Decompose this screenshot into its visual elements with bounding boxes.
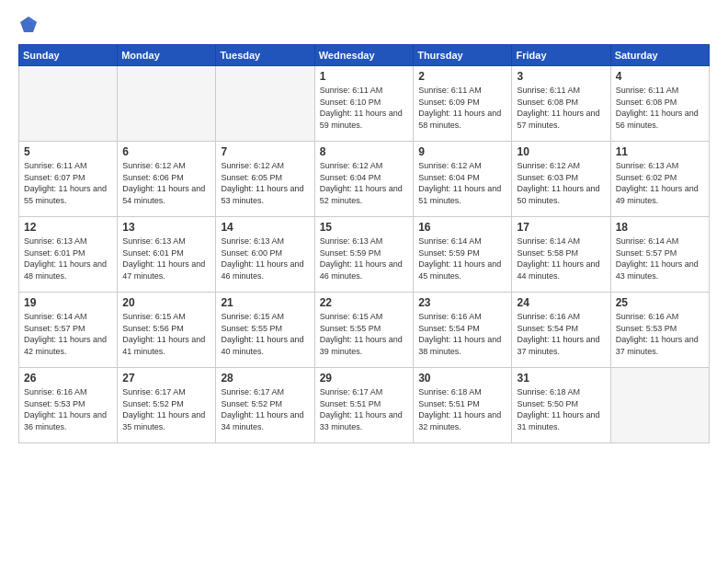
day-info: Sunrise: 6:11 AMSunset: 6:10 PMDaylight:…: [320, 85, 408, 131]
day-info: Sunrise: 6:14 AMSunset: 5:58 PMDaylight:…: [517, 236, 605, 282]
day-info: Sunrise: 6:17 AMSunset: 5:52 PMDaylight:…: [221, 386, 309, 432]
day-info: Sunrise: 6:16 AMSunset: 5:53 PMDaylight:…: [616, 311, 704, 357]
day-info: Sunrise: 6:13 AMSunset: 6:00 PMDaylight:…: [221, 236, 309, 282]
day-info: Sunrise: 6:11 AMSunset: 6:08 PMDaylight:…: [517, 85, 605, 131]
day-number: 16: [418, 221, 506, 234]
calendar-cell: 23Sunrise: 6:16 AMSunset: 5:54 PMDayligh…: [414, 293, 512, 368]
week-row: 19Sunrise: 6:14 AMSunset: 5:57 PMDayligh…: [19, 293, 710, 368]
weekday-header-cell: Sunday: [19, 45, 118, 66]
week-row: 1Sunrise: 6:11 AMSunset: 6:10 PMDaylight…: [19, 66, 710, 142]
calendar-cell: 3Sunrise: 6:11 AMSunset: 6:08 PMDaylight…: [512, 66, 610, 142]
day-number: 31: [517, 372, 605, 385]
day-info: Sunrise: 6:14 AMSunset: 5:59 PMDaylight:…: [418, 236, 506, 282]
weekday-header-cell: Wednesday: [314, 45, 413, 66]
day-info: Sunrise: 6:15 AMSunset: 5:55 PMDaylight:…: [320, 311, 408, 357]
day-number: 11: [616, 145, 704, 158]
day-info: Sunrise: 6:11 AMSunset: 6:07 PMDaylight:…: [24, 160, 112, 206]
calendar-cell: 16Sunrise: 6:14 AMSunset: 5:59 PMDayligh…: [414, 217, 512, 293]
calendar-cell: 29Sunrise: 6:17 AMSunset: 5:51 PMDayligh…: [314, 368, 413, 443]
day-number: 24: [517, 296, 605, 309]
weekday-header-cell: Friday: [512, 45, 610, 66]
day-number: 17: [517, 221, 605, 234]
day-info: Sunrise: 6:18 AMSunset: 5:50 PMDaylight:…: [517, 386, 605, 432]
day-number: 19: [24, 296, 112, 309]
day-info: Sunrise: 6:17 AMSunset: 5:51 PMDaylight:…: [320, 386, 408, 432]
calendar-cell: 20Sunrise: 6:15 AMSunset: 5:56 PMDayligh…: [118, 293, 216, 368]
calendar-cell: 8Sunrise: 6:12 AMSunset: 6:04 PMDaylight…: [314, 142, 413, 217]
day-info: Sunrise: 6:12 AMSunset: 6:05 PMDaylight:…: [221, 160, 309, 206]
day-number: 9: [418, 145, 506, 158]
day-info: Sunrise: 6:17 AMSunset: 5:52 PMDaylight:…: [122, 386, 210, 432]
calendar-cell: 15Sunrise: 6:13 AMSunset: 5:59 PMDayligh…: [314, 217, 413, 293]
day-number: 2: [418, 70, 506, 83]
calendar-cell: 26Sunrise: 6:16 AMSunset: 5:53 PMDayligh…: [19, 368, 118, 443]
calendar-cell: 27Sunrise: 6:17 AMSunset: 5:52 PMDayligh…: [118, 368, 216, 443]
day-number: 27: [122, 372, 210, 385]
calendar-cell: 2Sunrise: 6:11 AMSunset: 6:09 PMDaylight…: [414, 66, 512, 142]
week-row: 5Sunrise: 6:11 AMSunset: 6:07 PMDaylight…: [19, 142, 710, 217]
weekday-header-cell: Saturday: [610, 45, 709, 66]
calendar-cell: 13Sunrise: 6:13 AMSunset: 6:01 PMDayligh…: [118, 217, 216, 293]
calendar-body: 1Sunrise: 6:11 AMSunset: 6:10 PMDaylight…: [19, 66, 710, 443]
day-number: 29: [320, 372, 408, 385]
header: [18, 15, 710, 35]
day-number: 15: [320, 221, 408, 234]
calendar-cell: 10Sunrise: 6:12 AMSunset: 6:03 PMDayligh…: [512, 142, 610, 217]
calendar-cell: 9Sunrise: 6:12 AMSunset: 6:04 PMDaylight…: [414, 142, 512, 217]
day-info: Sunrise: 6:15 AMSunset: 5:56 PMDaylight:…: [122, 311, 210, 357]
calendar-cell: 4Sunrise: 6:11 AMSunset: 6:08 PMDaylight…: [610, 66, 709, 142]
calendar-cell: 1Sunrise: 6:11 AMSunset: 6:10 PMDaylight…: [314, 66, 413, 142]
calendar-cell: 7Sunrise: 6:12 AMSunset: 6:05 PMDaylight…: [216, 142, 314, 217]
calendar-cell: 14Sunrise: 6:13 AMSunset: 6:00 PMDayligh…: [216, 217, 314, 293]
day-number: 14: [221, 221, 309, 234]
weekday-header-cell: Thursday: [414, 45, 512, 66]
day-number: 20: [122, 296, 210, 309]
day-number: 22: [320, 296, 408, 309]
weekday-header-cell: Monday: [118, 45, 216, 66]
week-row: 26Sunrise: 6:16 AMSunset: 5:53 PMDayligh…: [19, 368, 710, 443]
day-info: Sunrise: 6:16 AMSunset: 5:53 PMDaylight:…: [24, 386, 112, 432]
day-info: Sunrise: 6:11 AMSunset: 6:08 PMDaylight:…: [616, 85, 704, 131]
page: SundayMondayTuesdayWednesdayThursdayFrid…: [0, 0, 728, 563]
day-info: Sunrise: 6:13 AMSunset: 6:01 PMDaylight:…: [24, 236, 112, 282]
day-info: Sunrise: 6:12 AMSunset: 6:03 PMDaylight:…: [517, 160, 605, 206]
day-number: 18: [616, 221, 704, 234]
day-info: Sunrise: 6:11 AMSunset: 6:09 PMDaylight:…: [418, 85, 506, 131]
day-number: 21: [221, 296, 309, 309]
day-number: 13: [122, 221, 210, 234]
day-info: Sunrise: 6:12 AMSunset: 6:06 PMDaylight:…: [122, 160, 210, 206]
day-info: Sunrise: 6:14 AMSunset: 5:57 PMDaylight:…: [616, 236, 704, 282]
day-number: 23: [418, 296, 506, 309]
calendar-cell: [118, 66, 216, 142]
day-number: 12: [24, 221, 112, 234]
day-info: Sunrise: 6:16 AMSunset: 5:54 PMDaylight:…: [517, 311, 605, 357]
day-info: Sunrise: 6:12 AMSunset: 6:04 PMDaylight:…: [418, 160, 506, 206]
day-info: Sunrise: 6:13 AMSunset: 6:01 PMDaylight:…: [122, 236, 210, 282]
calendar-cell: [216, 66, 314, 142]
calendar-cell: 25Sunrise: 6:16 AMSunset: 5:53 PMDayligh…: [610, 293, 709, 368]
calendar-cell: 11Sunrise: 6:13 AMSunset: 6:02 PMDayligh…: [610, 142, 709, 217]
week-row: 12Sunrise: 6:13 AMSunset: 6:01 PMDayligh…: [19, 217, 710, 293]
calendar-table: SundayMondayTuesdayWednesdayThursdayFrid…: [18, 44, 710, 443]
day-number: 10: [517, 145, 605, 158]
calendar-cell: 18Sunrise: 6:14 AMSunset: 5:57 PMDayligh…: [610, 217, 709, 293]
calendar-cell: 28Sunrise: 6:17 AMSunset: 5:52 PMDayligh…: [216, 368, 314, 443]
day-number: 8: [320, 145, 408, 158]
calendar-cell: 21Sunrise: 6:15 AMSunset: 5:55 PMDayligh…: [216, 293, 314, 368]
day-info: Sunrise: 6:15 AMSunset: 5:55 PMDaylight:…: [221, 311, 309, 357]
day-number: 7: [221, 145, 309, 158]
calendar-cell: 17Sunrise: 6:14 AMSunset: 5:58 PMDayligh…: [512, 217, 610, 293]
calendar-cell: 24Sunrise: 6:16 AMSunset: 5:54 PMDayligh…: [512, 293, 610, 368]
day-info: Sunrise: 6:14 AMSunset: 5:57 PMDaylight:…: [24, 311, 112, 357]
calendar-cell: [610, 368, 709, 443]
logo: [18, 15, 42, 35]
calendar-cell: 6Sunrise: 6:12 AMSunset: 6:06 PMDaylight…: [118, 142, 216, 217]
day-info: Sunrise: 6:16 AMSunset: 5:54 PMDaylight:…: [418, 311, 506, 357]
calendar-cell: 30Sunrise: 6:18 AMSunset: 5:51 PMDayligh…: [414, 368, 512, 443]
calendar-cell: 12Sunrise: 6:13 AMSunset: 6:01 PMDayligh…: [19, 217, 118, 293]
calendar-cell: 19Sunrise: 6:14 AMSunset: 5:57 PMDayligh…: [19, 293, 118, 368]
day-number: 6: [122, 145, 210, 158]
day-number: 25: [616, 296, 704, 309]
day-info: Sunrise: 6:13 AMSunset: 5:59 PMDaylight:…: [320, 236, 408, 282]
day-number: 30: [418, 372, 506, 385]
